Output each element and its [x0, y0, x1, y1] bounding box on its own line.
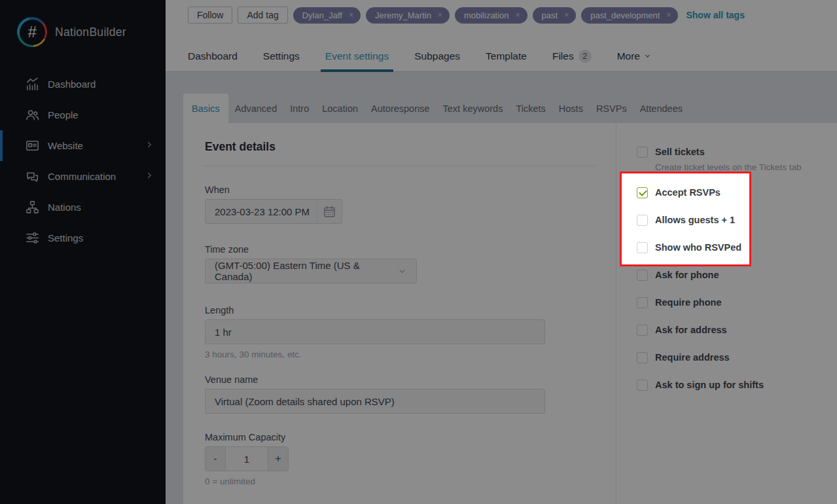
subtab-basics[interactable]: Basics	[183, 94, 228, 123]
tab-dashboard[interactable]: Dashboard	[183, 41, 242, 72]
tab-template[interactable]: Template	[481, 41, 531, 72]
subtab-hosts[interactable]: Hosts	[552, 94, 590, 123]
decrement-button[interactable]: -	[205, 447, 226, 471]
tab-label: Event settings	[325, 50, 389, 62]
venue-label: Venue name	[205, 374, 597, 386]
tab-more[interactable]: More	[613, 41, 656, 72]
calendar-icon[interactable]	[317, 200, 342, 223]
increment-button[interactable]: +	[268, 447, 288, 471]
sidebar-item-label: Nations	[48, 202, 81, 213]
show-all-tags-link[interactable]: Show all tags	[686, 10, 744, 20]
remove-tag-icon[interactable]: ×	[564, 10, 569, 20]
nationbuilder-logo[interactable]: # NationBuilder	[17, 17, 126, 47]
length-value: 1 hr	[215, 327, 232, 338]
sidebar-item-settings[interactable]: Settings	[0, 223, 166, 253]
checkbox-ask-to-sign-up-for-shifts[interactable]	[637, 380, 648, 391]
sidebar-item-label: Dashboard	[48, 79, 96, 90]
divider	[205, 166, 595, 166]
subtab-intro[interactable]: Intro	[283, 94, 315, 123]
checkbox-require-phone[interactable]	[637, 297, 648, 308]
subtab-advanced[interactable]: Advanced	[228, 94, 284, 123]
checkbox-ask-for-address[interactable]	[637, 325, 648, 336]
sidebar-item-label: Settings	[48, 232, 83, 243]
option-accept-rsvps: Accept RSVPs	[637, 187, 837, 198]
time-zone-select[interactable]: (GMT-05:00) Eastern Time (US & Canada)	[205, 259, 417, 283]
checkbox-allows-guests-1[interactable]	[637, 215, 648, 226]
sidebar-item-communication[interactable]: Communication	[0, 161, 166, 192]
tag-pill-past[interactable]: past×	[533, 7, 577, 24]
sidebar-item-nations[interactable]: Nations	[0, 192, 166, 223]
tab-label: Dashboard	[188, 50, 238, 62]
remove-tag-icon[interactable]: ×	[349, 10, 353, 20]
length-input[interactable]: 1 hr	[205, 319, 545, 344]
subtab-rsvps[interactable]: RSVPs	[590, 94, 633, 123]
checkbox-sell-tickets[interactable]	[637, 147, 648, 158]
sidebar-item-label: Website	[48, 140, 83, 151]
option-label: Ask to sign up for shifts	[655, 380, 764, 390]
subtab-location[interactable]: Location	[315, 94, 365, 123]
tag-pill-mobilization[interactable]: mobilization×	[455, 7, 527, 24]
remove-tag-icon[interactable]: ×	[666, 10, 671, 20]
nations-icon	[25, 200, 40, 215]
hash-icon: #	[17, 17, 47, 47]
checkbox-require-address[interactable]	[637, 352, 648, 363]
follow-button[interactable]: Follow	[188, 7, 232, 24]
tab-label: More	[617, 50, 640, 62]
event-details-form: Event details When 2023-03-23 12:00 PM T…	[205, 123, 597, 504]
chevron-down-icon	[640, 50, 652, 63]
topbar: Follow Add tag Dylan_Jaff×Jeremy_Martin×…	[166, 0, 837, 72]
tab-label: Subpages	[414, 50, 460, 62]
time-zone-field: Time zone (GMT-05:00) Eastern Time (US &…	[205, 244, 597, 283]
option-label: Require phone	[655, 297, 722, 308]
tab-event-settings[interactable]: Event settings	[321, 41, 393, 72]
time-zone-label: Time zone	[205, 244, 597, 256]
subtab-tickets[interactable]: Tickets	[509, 94, 552, 123]
venue-field: Venue name Virtual (Zoom details shared …	[205, 374, 597, 414]
subtab-autoresponse[interactable]: Autoresponse	[365, 94, 436, 123]
add-tag-button[interactable]: Add tag	[238, 7, 287, 24]
checkbox-ask-for-phone[interactable]	[637, 270, 648, 281]
content-area: BasicsAdvancedIntroLocationAutoresponseT…	[166, 72, 837, 504]
tab-subpages[interactable]: Subpages	[410, 41, 465, 72]
when-field: When 2023-03-23 12:00 PM	[205, 185, 597, 224]
sidebar-item-people[interactable]: People	[0, 99, 166, 130]
tab-files[interactable]: Files2	[548, 41, 596, 72]
option-require-phone: Require phone	[637, 297, 837, 308]
option-show-who-rsvped: Show who RSVPed	[637, 242, 837, 253]
option-ask-to-sign-up-for-shifts: Ask to sign up for shifts	[637, 379, 837, 391]
option-label: Sell tickets	[655, 147, 705, 157]
sidebar-item-label: People	[48, 109, 79, 120]
website-icon	[25, 138, 40, 153]
tag-pill-jeremy-martin[interactable]: Jeremy_Martin×	[366, 7, 450, 24]
checkbox-show-who-rsvped[interactable]	[637, 242, 648, 253]
length-help: 3 hours, 30 minutes, etc.	[205, 350, 597, 359]
settings-icon	[25, 230, 40, 245]
option-help-text: Create ticket levels on the Tickets tab	[655, 162, 837, 174]
subtab-attendees[interactable]: Attendees	[633, 94, 689, 123]
when-input[interactable]: 2023-03-23 12:00 PM	[205, 199, 342, 224]
sidebar-item-dashboard[interactable]: Dashboard	[0, 69, 166, 99]
time-zone-value: (GMT-05:00) Eastern Time (US & Canada)	[215, 260, 397, 282]
tab-label: Files	[552, 50, 574, 62]
people-icon	[25, 107, 40, 122]
tab-settings[interactable]: Settings	[258, 41, 304, 72]
capacity-value[interactable]: 1	[226, 447, 268, 471]
subtab-text-keywords[interactable]: Text keywords	[436, 94, 510, 123]
remove-tag-icon[interactable]: ×	[438, 10, 442, 20]
checkbox-accept-rsvps[interactable]	[637, 187, 648, 198]
remove-tag-icon[interactable]: ×	[516, 10, 520, 20]
chevron-right-icon	[145, 171, 154, 183]
sidebar-item-website[interactable]: Website	[0, 130, 166, 161]
option-label: Ask for address	[655, 325, 727, 335]
nationbuilder-logo-icon: #	[17, 17, 47, 47]
option-require-address: Require address	[637, 351, 837, 363]
tag-label: mobilization	[464, 10, 509, 20]
option-allows-guests-1: Allows guests + 1	[637, 214, 837, 226]
tag-pill-dylan-jaff[interactable]: Dylan_Jaff×	[293, 7, 361, 24]
venue-input[interactable]: Virtual (Zoom details shared upon RSVP)	[205, 389, 545, 414]
tab-label: Settings	[263, 50, 300, 62]
tag-pill-past-development[interactable]: past_development×	[581, 7, 678, 24]
main-area: Follow Add tag Dylan_Jaff×Jeremy_Martin×…	[166, 0, 837, 504]
option-ask-for-phone: Ask for phone	[637, 269, 837, 281]
option-ask-for-address: Ask for address	[637, 324, 837, 336]
